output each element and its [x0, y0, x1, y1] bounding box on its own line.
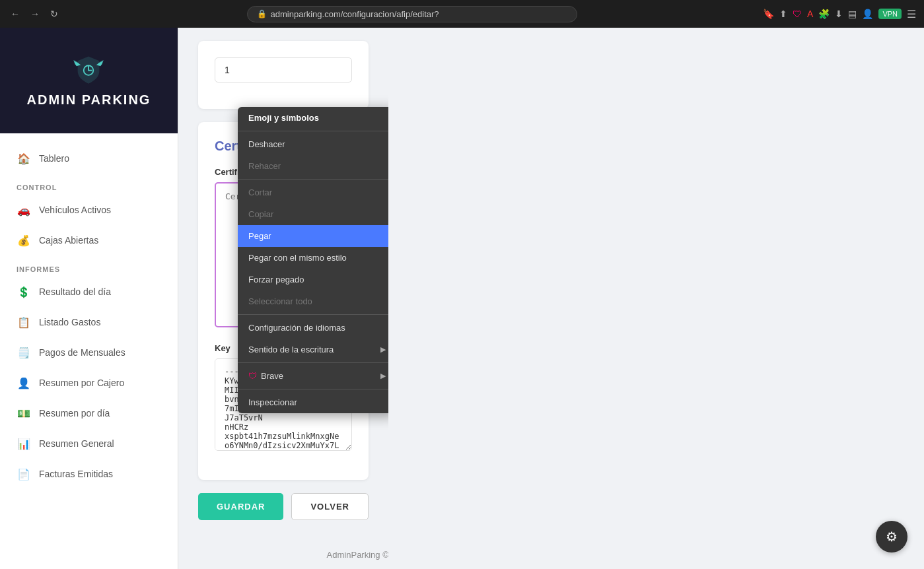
- sidebar-item-label: Facturas Emitidas: [39, 469, 113, 479]
- url-text: adminparking.com/configuracion/afip/edit…: [271, 9, 439, 19]
- browser-right: 🔖 ⬆ 🛡 A 🧩 ⬇ ▤ 👤 VPN ☰: [763, 8, 916, 20]
- chevron-right-icon-brave: ▶: [380, 372, 386, 380]
- context-menu-item-copiar: Copiar: [238, 203, 388, 225]
- emoji-simbolos-label: Emoji y símbolos: [248, 113, 319, 123]
- invoice-icon: 📄: [17, 467, 31, 481]
- reload-btn[interactable]: ↻: [48, 6, 61, 22]
- top-input-group: [215, 57, 352, 83]
- list-icon: 📋: [17, 315, 31, 329]
- money-icon: 💵: [17, 406, 31, 420]
- forward-btn[interactable]: →: [28, 6, 42, 22]
- context-menu-item-seleccionar-todo: Seleccionar todo: [238, 290, 388, 312]
- separator-1: [238, 131, 388, 131]
- separator-4: [238, 362, 388, 363]
- gear-icon: ⚙: [886, 529, 898, 545]
- action-bar: GUARDAR VOLVER: [198, 493, 369, 520]
- chart-icon: 📊: [17, 436, 31, 451]
- separator-2: [238, 179, 388, 180]
- sidebar-item-label: Cajas Abiertas: [39, 235, 98, 246]
- top-card: [198, 41, 369, 109]
- sidebar-nav: 🏠 Tablero CONTROL 🚗 Vehículos Activos 💰 …: [0, 133, 178, 569]
- main-content: Certificados Certificado Key -----BEGI K…: [178, 28, 388, 569]
- download-icon[interactable]: ⬇: [835, 9, 843, 19]
- sidebar-item-resumen-cajero[interactable]: 👤 Resumen por Cajero: [0, 368, 178, 398]
- brave-logo-icon: 🛡: [248, 371, 257, 381]
- context-menu-item-forzar-pegado[interactable]: Forzar pegado: [238, 269, 388, 290]
- section-label-control: CONTROL: [0, 174, 178, 195]
- sidebar-item-resultado-dia[interactable]: 💲 Resultado del día: [0, 277, 178, 307]
- sidebar-item-label: Resultado del día: [39, 286, 111, 297]
- address-bar[interactable]: 🔒 adminparking.com/configuracion/afip/ed…: [247, 6, 577, 22]
- settings-fab-button[interactable]: ⚙: [876, 521, 907, 552]
- context-menu-item-pegar[interactable]: Pegar: [238, 225, 388, 247]
- share-icon[interactable]: ⬆: [779, 9, 787, 19]
- sidebar-item-label: Resumen General: [39, 438, 114, 449]
- sidebar-item-cajas-abiertas[interactable]: 💰 Cajas Abiertas: [0, 225, 178, 255]
- back-button[interactable]: VOLVER: [291, 493, 369, 520]
- sidebar-item-resumen-dia[interactable]: 💵 Resumen por día: [0, 398, 178, 428]
- car-icon: 🚗: [17, 203, 31, 217]
- menu-icon[interactable]: ☰: [907, 8, 916, 20]
- section-label-informes: INFORMES: [0, 255, 178, 277]
- cash-icon: 💰: [17, 233, 31, 248]
- context-menu-item-deshacer[interactable]: Deshacer: [238, 133, 388, 155]
- vpn-label[interactable]: VPN: [878, 9, 902, 19]
- context-menu-item-pegar-mismo-estilo[interactable]: Pegar con el mismo estilo: [238, 247, 388, 269]
- sidebar-item-label: Tablero: [39, 153, 69, 164]
- adblock-icon[interactable]: A: [807, 9, 813, 19]
- sidebar-item-label: Vehículos Activos: [39, 205, 111, 215]
- browser-chrome: ← → ↻ 🔒 adminparking.com/configuracion/a…: [0, 0, 924, 28]
- sidebar-item-vehiculos-activos[interactable]: 🚗 Vehículos Activos: [0, 195, 178, 225]
- separator-5: [238, 389, 388, 389]
- context-menu-item-brave[interactable]: 🛡 Brave ▶: [238, 365, 388, 387]
- sidebar-item-label: Resumen por Cajero: [39, 378, 124, 388]
- bookmark-icon[interactable]: 🔖: [763, 9, 774, 19]
- extensions-icon[interactable]: 🧩: [818, 9, 830, 19]
- context-menu-item-configuracion-idiomas[interactable]: Configuración de idiomas: [238, 317, 388, 339]
- context-menu-item-emoji[interactable]: Emoji y símbolos: [238, 107, 388, 129]
- save-button[interactable]: GUARDAR: [198, 493, 283, 520]
- top-field-input[interactable]: [215, 57, 352, 83]
- sidebar-item-facturas-emitidas[interactable]: 📄 Facturas Emitidas: [0, 459, 178, 489]
- sidebar-item-tablero[interactable]: 🏠 Tablero: [0, 143, 178, 174]
- sidebar-toggle-icon[interactable]: ▤: [848, 9, 857, 19]
- chevron-right-icon: ▶: [380, 345, 386, 354]
- footer: AdminParking © 2024: [283, 540, 388, 569]
- sidebar-item-listado-gastos[interactable]: 📋 Listado Gastos: [0, 307, 178, 337]
- context-menu-item-cortar: Cortar: [238, 182, 388, 203]
- context-menu-item-rehacer: Rehacer: [238, 155, 388, 177]
- brave-shield-icon[interactable]: 🛡: [793, 9, 802, 19]
- dollar-icon: 💲: [17, 284, 31, 299]
- sidebar: ADMIN PARKING 🏠 Tablero CONTROL 🚗 Vehícu…: [0, 28, 178, 569]
- sidebar-item-pagos-mensuales[interactable]: 🗒️ Pagos de Mensuales: [0, 337, 178, 368]
- context-menu-item-inspeccionar[interactable]: Inspeccionar: [238, 391, 388, 413]
- home-icon: 🏠: [17, 151, 31, 166]
- notepad-icon: 🗒️: [17, 345, 31, 360]
- sidebar-logo: ADMIN PARKING: [0, 28, 178, 133]
- back-btn[interactable]: ←: [8, 6, 22, 22]
- sidebar-item-label: Resumen por día: [39, 408, 110, 418]
- lock-icon: 🔒: [257, 9, 267, 18]
- context-menu-item-sentido-escritura[interactable]: Sentido de la escritura ▶: [238, 339, 388, 360]
- sidebar-item-label: Listado Gastos: [39, 317, 100, 327]
- profile-icon[interactable]: 👤: [862, 9, 873, 19]
- sidebar-item-resumen-general[interactable]: 📊 Resumen General: [0, 428, 178, 459]
- sidebar-item-label: Pagos de Mensuales: [39, 347, 125, 358]
- user-icon: 👤: [17, 376, 31, 390]
- context-menu[interactable]: Emoji y símbolos Deshacer Rehacer Cortar…: [238, 107, 388, 413]
- logo-text: ADMIN PARKING: [27, 92, 151, 108]
- separator-3: [238, 314, 388, 315]
